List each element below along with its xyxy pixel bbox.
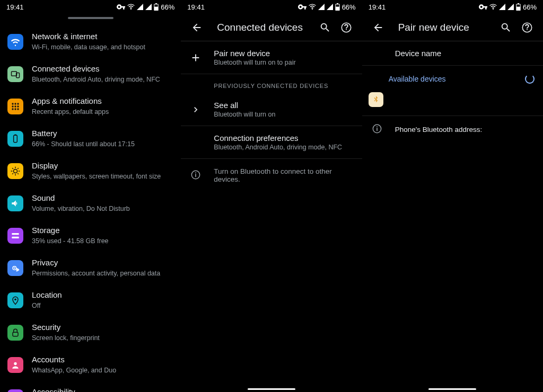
svg-rect-36 xyxy=(195,174,196,177)
search-button[interactable] xyxy=(314,17,336,38)
svg-rect-43 xyxy=(376,126,378,127)
signal-icon xyxy=(137,4,143,10)
accounts-icon xyxy=(7,357,23,373)
setting-title: Accessibility xyxy=(32,387,160,392)
svg-point-7 xyxy=(12,105,13,107)
arrow-back-icon xyxy=(372,22,384,33)
help-icon xyxy=(340,22,352,33)
device-name-row[interactable]: Device name xyxy=(362,41,543,66)
status-time: 19:41 xyxy=(187,3,205,11)
connpref-title: Connection preferences xyxy=(214,133,353,142)
pair-new-device-row[interactable]: Pair new device Bluetooth will turn on t… xyxy=(181,41,362,74)
bt-address-row: Phone's Bluetooth address: xyxy=(362,116,543,141)
vpn-key-icon xyxy=(298,4,306,10)
bluetooth-toggle-chip[interactable] xyxy=(369,92,383,107)
page-title: Pair new device xyxy=(398,22,495,33)
home-indicator[interactable] xyxy=(248,388,295,390)
connection-preferences-row[interactable]: Connection preferences Bluetooth, Androi… xyxy=(181,126,362,159)
signal-icon xyxy=(318,4,325,10)
search-button[interactable] xyxy=(495,17,516,38)
setting-row-accessibility[interactable]: AccessibilityScreen readers, display, in… xyxy=(0,381,181,392)
setting-subtitle: Off xyxy=(32,301,62,310)
svg-point-6 xyxy=(17,103,19,104)
setting-subtitle: Screen lock, fingerprint xyxy=(32,334,100,342)
setting-row-accounts[interactable]: AccountsWhatsApp, Google, and Duo xyxy=(0,349,181,381)
wifi-icon xyxy=(127,4,135,10)
status-bar: 19:41 66% xyxy=(181,0,362,14)
signal-icon-2 xyxy=(327,4,333,10)
setting-subtitle: 35% used - 41.58 GB free xyxy=(32,237,109,245)
svg-rect-33 xyxy=(336,4,339,6)
status-battery-pct: 66% xyxy=(342,3,356,11)
see-all-title: See all xyxy=(214,101,353,110)
status-icons: 66% xyxy=(298,3,356,11)
setting-row-wifi[interactable]: Network & internetWi-Fi, mobile, data us… xyxy=(0,25,181,58)
plus-icon xyxy=(189,52,202,64)
loading-spinner-icon xyxy=(525,74,535,84)
search-icon xyxy=(319,22,331,33)
setting-row-storage[interactable]: Storage35% used - 41.58 GB free xyxy=(0,219,181,252)
vpn-key-icon xyxy=(479,4,487,10)
svg-line-21 xyxy=(17,173,19,174)
chevron-right-icon xyxy=(189,104,202,115)
setting-row-volume[interactable]: SoundVolume, vibration, Do Not Disturb xyxy=(0,187,181,219)
setting-row-privacy[interactable]: PrivacyPermissions, account activity, pe… xyxy=(0,252,181,284)
svg-rect-39 xyxy=(516,4,520,6)
setting-subtitle: WhatsApp, Google, and Duo xyxy=(32,366,116,375)
back-button[interactable] xyxy=(186,17,207,38)
setting-title: Connected devices xyxy=(32,64,160,74)
apps-icon xyxy=(7,99,23,114)
signal-icon-2 xyxy=(145,4,152,10)
svg-line-23 xyxy=(17,168,19,169)
battery-icon xyxy=(516,3,521,11)
setting-subtitle: Recent apps, default apps xyxy=(32,108,109,116)
status-icons: 66% xyxy=(117,3,174,11)
svg-line-22 xyxy=(12,173,13,174)
svg-point-9 xyxy=(17,105,19,107)
home-indicator[interactable] xyxy=(428,388,476,390)
status-bar: 19:41 66% xyxy=(0,0,181,14)
setting-row-apps[interactable]: Apps & notificationsRecent apps, default… xyxy=(0,90,181,122)
svg-rect-29 xyxy=(13,332,18,336)
settings-list[interactable]: Network & internetWi-Fi, mobile, data us… xyxy=(0,23,181,392)
setting-subtitle: Wi-Fi, mobile, data usage, and hotspot xyxy=(32,43,145,51)
see-all-row[interactable]: See all Bluetooth will turn on xyxy=(181,93,362,126)
setting-title: Battery xyxy=(32,129,135,139)
setting-subtitle: Styles, wallpapers, screen timeout, font… xyxy=(32,172,161,181)
setting-row-security[interactable]: SecurityScreen lock, fingerprint xyxy=(0,316,181,349)
setting-title: Location xyxy=(32,290,62,300)
setting-row-location[interactable]: LocationOff xyxy=(0,284,181,316)
location-icon xyxy=(7,292,23,308)
pair-device-panel: 19:41 66% Pair new device Device name Av… xyxy=(362,0,543,392)
setting-title: Apps & notifications xyxy=(32,96,109,106)
page-title: Connected devices xyxy=(217,22,314,33)
help-button[interactable] xyxy=(336,17,357,38)
status-time: 19:41 xyxy=(369,3,386,11)
svg-point-38 xyxy=(493,8,494,10)
status-icons: 66% xyxy=(479,3,537,11)
accessibility-icon xyxy=(7,389,23,393)
bt-address-label: Phone's Bluetooth address: xyxy=(395,126,535,133)
signal-icon-2 xyxy=(507,4,514,10)
setting-title: Privacy xyxy=(32,258,160,268)
setting-row-battery[interactable]: Battery66% - Should last until about 17:… xyxy=(0,122,181,155)
help-button[interactable] xyxy=(516,17,538,38)
section-label: Previously connected devices xyxy=(181,74,362,93)
svg-point-5 xyxy=(14,103,16,104)
brightness-icon xyxy=(7,163,23,179)
signal-icon xyxy=(499,4,505,10)
setting-title: Security xyxy=(32,323,100,333)
header: Connected devices xyxy=(181,14,362,41)
setting-title: Accounts xyxy=(32,355,116,365)
status-battery-pct: 66% xyxy=(161,3,174,11)
see-all-subtitle: Bluetooth will turn on xyxy=(214,111,353,118)
wifi-icon xyxy=(489,4,497,10)
drag-handle[interactable] xyxy=(68,17,113,19)
svg-point-4 xyxy=(12,103,13,104)
svg-point-8 xyxy=(14,105,16,107)
setting-row-devices[interactable]: Connected devicesBluetooth, Android Auto… xyxy=(0,58,181,90)
status-battery-pct: 66% xyxy=(523,3,537,11)
setting-row-brightness[interactable]: DisplayStyles, wallpapers, screen timeou… xyxy=(0,155,181,187)
back-button[interactable] xyxy=(367,17,389,38)
svg-point-0 xyxy=(130,8,132,10)
